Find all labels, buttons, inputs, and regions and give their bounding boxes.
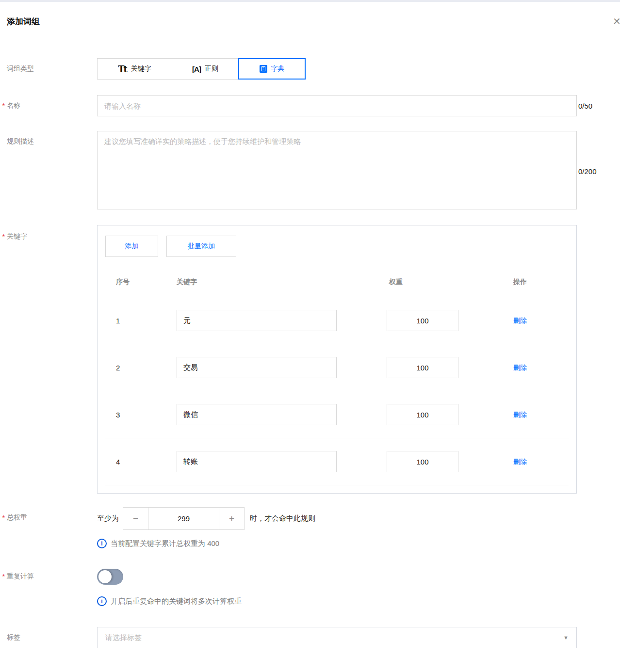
table-row: 2 删除: [105, 344, 569, 391]
keywords-panel: 添加 批量添加 序号 关键字 权重 操作 1 删除 2 删除: [97, 225, 577, 494]
header-no: 序号: [105, 278, 177, 287]
row-index: 1: [105, 317, 177, 325]
required-mark: *: [2, 233, 4, 240]
description-row: 规则描述 0/200: [0, 131, 620, 211]
required-mark: *: [2, 514, 4, 522]
total-weight-content: 至少为 − + 时，才会命中此规则 i 当前配置关键字累计总权重为 400: [97, 507, 315, 548]
description-counter: 0/200: [578, 167, 597, 176]
row-index: 3: [105, 411, 177, 419]
weight-input[interactable]: [387, 357, 458, 378]
word-type-segmented-control: Tt 关键字 [A] 正则 字典: [97, 58, 306, 80]
weight-input[interactable]: [387, 310, 458, 331]
tag-placeholder: 请选择标签: [105, 633, 142, 642]
keywords-label: *关键字: [0, 225, 97, 494]
row-index: 4: [105, 458, 177, 466]
description-textarea[interactable]: [97, 131, 577, 209]
keyword-input[interactable]: [177, 451, 337, 472]
name-input-wrap: 0/50: [97, 95, 577, 116]
repeat-count-label: *重复计算: [0, 569, 97, 606]
toggle-knob: [98, 570, 112, 583]
add-phrase-dialog: 添加词组 ✕ 词组类型 Tt 关键字 [A] 正则 字典: [0, 0, 620, 672]
weight-value-input[interactable]: [148, 508, 219, 529]
keywords-toolbar: 添加 批量添加: [105, 236, 569, 257]
tag-row: 标签 请选择标签 ▼: [0, 627, 620, 648]
dictionary-icon: [260, 65, 267, 73]
decrease-button[interactable]: −: [123, 508, 148, 529]
info-icon: i: [97, 596, 107, 606]
keyword-input[interactable]: [177, 310, 337, 331]
type-option-dictionary[interactable]: 字典: [238, 58, 306, 80]
total-weight-info-line: i 当前配置关键字累计总权重为 400: [97, 539, 315, 548]
repeat-count-row: *重复计算 i 开启后重复命中的关键词将多次计算权重: [0, 569, 620, 606]
repeat-info: 开启后重复命中的关键词将多次计算权重: [111, 597, 242, 606]
name-row: *名称 0/50: [0, 95, 620, 116]
regex-type-icon: [A]: [192, 65, 201, 73]
header-weight: 权重: [387, 278, 513, 287]
close-icon[interactable]: ✕: [613, 16, 620, 26]
name-input[interactable]: [97, 95, 577, 116]
page-title: 添加词组: [7, 16, 40, 27]
type-option-label: 关键字: [131, 64, 151, 73]
header-keyword: 关键字: [177, 278, 387, 287]
dropdown-arrow-icon: ▼: [563, 635, 569, 640]
keyword-input[interactable]: [177, 404, 337, 425]
header-action: 操作: [513, 278, 569, 287]
delete-link[interactable]: 删除: [513, 317, 527, 324]
tag-select[interactable]: 请选择标签 ▼: [97, 627, 577, 648]
tag-label: 标签: [0, 627, 97, 648]
add-button[interactable]: 添加: [105, 236, 158, 257]
delete-link[interactable]: 删除: [513, 411, 527, 418]
total-weight-line: 至少为 − + 时，才会命中此规则: [97, 507, 315, 530]
table-row: 3 删除: [105, 391, 569, 438]
increase-button[interactable]: +: [219, 508, 244, 529]
description-input-wrap: 0/200: [97, 131, 577, 211]
repeat-toggle[interactable]: [97, 569, 123, 585]
keywords-table-header: 序号 关键字 权重 操作: [105, 257, 569, 297]
total-weight-label: *总权重: [0, 507, 97, 548]
type-option-label: 字典: [271, 64, 285, 73]
delete-link[interactable]: 删除: [513, 364, 527, 371]
name-label: *名称: [0, 95, 97, 116]
text-type-icon: Tt: [118, 64, 127, 74]
type-option-regex[interactable]: [A] 正则: [172, 58, 239, 80]
table-row: 4 删除: [105, 438, 569, 485]
table-row: 1 删除: [105, 297, 569, 344]
name-counter: 0/50: [578, 102, 592, 110]
weight-input[interactable]: [387, 404, 458, 425]
keywords-row: *关键字 添加 批量添加 序号 关键字 权重 操作 1 删除 2: [0, 225, 620, 494]
description-label: 规则描述: [0, 131, 97, 211]
repeat-info-line: i 开启后重复命中的关键词将多次计算权重: [97, 596, 242, 606]
required-mark: *: [2, 573, 4, 580]
repeat-count-content: i 开启后重复命中的关键词将多次计算权重: [97, 569, 242, 606]
condition-text: 时，才会命中此规则: [250, 514, 315, 523]
type-option-keyword[interactable]: Tt 关键字: [97, 58, 172, 80]
word-type-label: 词组类型: [0, 58, 97, 80]
total-weight-row: *总权重 至少为 − + 时，才会命中此规则 i 当前配置关键字累计总权重为 4…: [0, 507, 620, 548]
row-index: 2: [105, 364, 177, 372]
batch-add-button[interactable]: 批量添加: [166, 236, 236, 257]
word-type-row: 词组类型 Tt 关键字 [A] 正则 字典: [0, 58, 620, 80]
weight-input[interactable]: [387, 451, 458, 472]
delete-link[interactable]: 删除: [513, 458, 527, 465]
keyword-input[interactable]: [177, 357, 337, 378]
total-weight-info: 当前配置关键字累计总权重为 400: [111, 539, 219, 548]
type-option-label: 正则: [205, 64, 218, 73]
required-mark: *: [2, 102, 4, 110]
info-icon: i: [97, 539, 107, 548]
at-least-text: 至少为: [97, 514, 119, 523]
dialog-header: 添加词组 ✕: [0, 2, 620, 41]
weight-stepper: − +: [123, 507, 245, 530]
